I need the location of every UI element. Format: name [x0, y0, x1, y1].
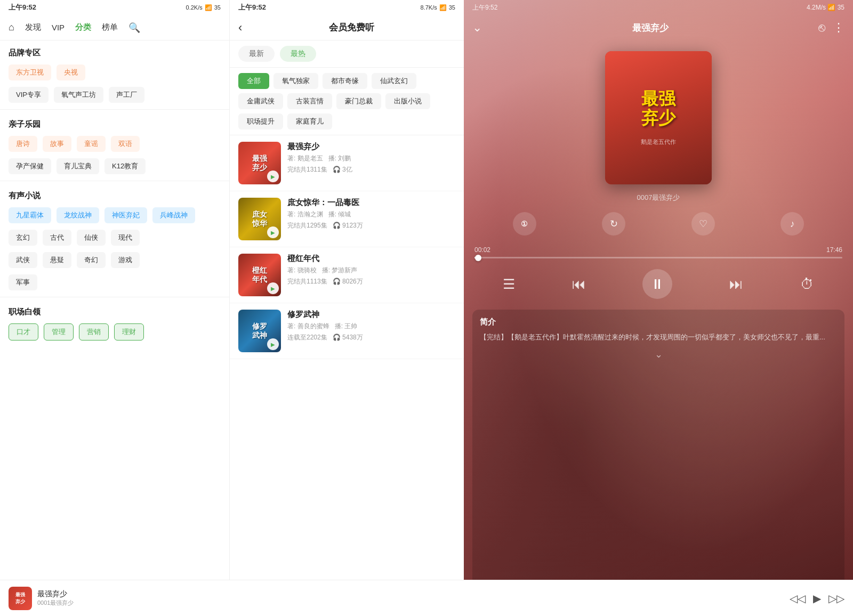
section-workplace: 职场白领 [0, 299, 229, 321]
tag-xianxia[interactable]: 仙侠 [77, 230, 106, 246]
p3-time: 上午9:52 [472, 3, 497, 12]
download-btn[interactable]: ↻ [602, 212, 625, 236]
book-item-3[interactable]: 橙红 年代 ▶ 橙红年代 著: 骁骑校 播: 梦游新声 完结共1113集 🎧 8… [230, 247, 464, 303]
tag-prenatal[interactable]: 孕产保健 [9, 158, 51, 174]
tag-oxygen[interactable]: 氧气声工坊 [54, 87, 103, 103]
categories-content: 品牌专区 东方卫视 央视 VIP专享 氧气声工坊 声工厂 亲子乐园 唐诗 故事 … [0, 40, 229, 616]
tag-marketing[interactable]: 营销 [79, 323, 109, 341]
progress-area: 00:02 17:46 [464, 242, 853, 263]
novel-tags-row2: 玄幻 古代 仙侠 现代 [0, 228, 229, 250]
tag-longwen[interactable]: 龙纹战神 [57, 207, 99, 223]
cat-workplace[interactable]: 职场提升 [238, 114, 283, 129]
cat-family[interactable]: 家庭育儿 [287, 114, 332, 129]
tag-finance[interactable]: 理财 [114, 323, 144, 341]
status-icons-2: 8.7K/s 📶 35 [421, 4, 455, 11]
tag-suspense[interactable]: 悬疑 [43, 252, 71, 268]
kids-tags-row1: 唐诗 故事 童谣 双语 [0, 134, 229, 156]
desc-expand-icon[interactable]: ⌄ [480, 348, 837, 360]
book-item-4[interactable]: 修罗 武神 ▶ 修罗武神 著: 善良的蜜蜂 播: 王帅 连载至2202集 🎧 5… [230, 303, 464, 359]
play-pause-btn[interactable]: ⏸ [642, 269, 672, 299]
play-overlay-2[interactable]: ▶ [267, 226, 279, 238]
player-collapse-icon[interactable]: ⌄ [472, 21, 482, 35]
cat-exclusive[interactable]: 氧气独家 [273, 73, 318, 89]
tag-jiuxing[interactable]: 九星霸体 [9, 207, 51, 223]
tag-xiandai[interactable]: 现代 [111, 230, 140, 246]
cat-published[interactable]: 出版小说 [385, 93, 430, 109]
speed-btn[interactable]: ① [513, 212, 536, 236]
tag-game[interactable]: 游戏 [111, 252, 140, 268]
search-icon-1[interactable]: 🔍 [128, 22, 140, 34]
tag-vip[interactable]: VIP专享 [9, 87, 49, 103]
tag-dongfang[interactable]: 东方卫视 [9, 64, 51, 80]
tag-nursery[interactable]: 童谣 [77, 136, 106, 152]
signal-icon-2: 📶 [439, 4, 447, 11]
cat-jinyong[interactable]: 金庸武侠 [238, 93, 283, 109]
time-1: 上午9:52 [9, 3, 36, 12]
favorite-btn[interactable]: ♡ [691, 212, 715, 236]
next-track-icon[interactable]: ⏭ [729, 276, 743, 293]
book-author-4: 著: 善良的蜜蜂 播: 王帅 [287, 322, 455, 331]
play-overlay-3[interactable]: ▶ [267, 282, 279, 294]
cat-urban[interactable]: 都市奇缘 [323, 73, 367, 89]
filter-hottest[interactable]: 最热 [280, 46, 316, 62]
music-note-icon: ♪ [790, 218, 795, 230]
p3-network: 4.2M/s [807, 4, 826, 11]
tag-poetry[interactable]: 唐诗 [9, 136, 37, 152]
cat-all[interactable]: 全部 [238, 73, 269, 89]
book-stats-3: 完结共1113集 🎧 8026万 [287, 277, 455, 286]
description-area: 简介 【完结】【鹅是老五代作】叶默霍然清醒过来的时候，才发现周围的一切似乎都变了… [472, 310, 844, 612]
episode-label: 0007最强弃少 [464, 190, 853, 206]
bottom-sub-2: 0001最强弃少 [229, 599, 464, 607]
tag-bilingual[interactable]: 双语 [111, 136, 140, 152]
tag-military[interactable]: 军事 [9, 274, 37, 290]
filter-newest[interactable]: 最新 [238, 46, 275, 62]
status-bar-1: 上午9:52 0.2K/s 📶 35 [0, 0, 229, 15]
book-item-1[interactable]: 最强 弃少 ▶ 最强弃少 著: 鹅是老五 播: 刘鹏 完结共1311集 🎧 3亿 [230, 135, 464, 191]
tag-bingfeng[interactable]: 兵峰战神 [152, 207, 195, 223]
progress-bar[interactable] [474, 257, 842, 258]
cat-costume[interactable]: 古装言情 [287, 93, 332, 109]
tag-fantasy[interactable]: 奇幻 [77, 252, 106, 268]
book-info-3: 橙红年代 著: 骁骑校 播: 梦游新声 完结共1113集 🎧 8026万 [287, 254, 455, 296]
brand-tags-row2: VIP专享 氧气声工坊 声工厂 [0, 85, 229, 107]
playlist-icon[interactable]: ☰ [503, 276, 515, 293]
tag-childcare[interactable]: 育儿宝典 [57, 158, 99, 174]
nav-category[interactable]: 分类 [75, 22, 91, 33]
nav-discover[interactable]: 发现 [25, 22, 41, 33]
prev-track-icon[interactable]: ⏮ [572, 276, 586, 293]
tag-xuanhuan[interactable]: 玄幻 [9, 230, 37, 246]
tag-k12[interactable]: K12教育 [104, 158, 146, 174]
playlist-btn[interactable]: ♪ [780, 212, 804, 236]
book-cover-text-4: 修罗 武神 [249, 322, 270, 340]
tag-shenyi[interactable]: 神医弃妃 [104, 207, 147, 223]
nav-vip[interactable]: VIP [52, 23, 65, 32]
back-button[interactable]: ‹ [238, 21, 242, 35]
play-overlay-1[interactable]: ▶ [267, 171, 279, 182]
bottom-bar-2[interactable]: 最强弃少 最强弃少 0001最强弃少 ◁◁ ▶ ▷▷ [229, 580, 464, 616]
tag-wuxia[interactable]: 武侠 [9, 252, 37, 268]
more-icon[interactable]: ⋮ [833, 21, 844, 35]
share-icon[interactable]: ⎋ [818, 21, 825, 35]
timer-icon[interactable]: ⏱ [800, 276, 814, 293]
download-icon: ↻ [610, 218, 618, 230]
book-item-2[interactable]: 庶女 惊华 ▶ 庶女惊华：一品毒医 著: 浩瀚之渊 播: 倾城 完结共1295集… [230, 191, 464, 247]
book-info-2: 庶女惊华：一品毒医 著: 浩瀚之渊 播: 倾城 完结共1295集 🎧 9123万 [287, 198, 455, 240]
tag-management[interactable]: 管理 [44, 323, 74, 341]
signal-icon-1: 📶 [205, 4, 212, 11]
album-art-container: 最强弃少 鹅是老五代作 [464, 40, 853, 190]
tag-voice[interactable]: 声工厂 [109, 87, 144, 103]
cat-xianwu[interactable]: 仙武玄幻 [372, 73, 416, 89]
tag-story[interactable]: 故事 [43, 136, 71, 152]
panel-vip-listen: 上午9:52 8.7K/s 📶 35 ‹ 会员免费听 最新 最热 全部 氧气独家… [229, 0, 464, 616]
tag-cctv[interactable]: 央视 [57, 64, 85, 80]
nav-ranking[interactable]: 榜单 [102, 22, 118, 33]
book-cover-text-2: 庶女 惊华 [249, 210, 270, 228]
panel-player: 上午9:52 4.2M/s 📶 35 ⌄ 最强弃少 ⎋ ⋮ 最强弃少 鹅是老五代… [464, 0, 853, 616]
cat-tycoon[interactable]: 豪门总裁 [336, 93, 381, 109]
book-cover-3: 橙红 年代 ▶ [238, 254, 281, 296]
tag-gudai[interactable]: 古代 [43, 230, 71, 246]
tag-speech[interactable]: 口才 [9, 323, 38, 341]
home-icon[interactable]: ⌂ [9, 22, 14, 33]
play-overlay-4[interactable]: ▶ [267, 338, 279, 350]
progress-dot[interactable] [475, 255, 481, 261]
